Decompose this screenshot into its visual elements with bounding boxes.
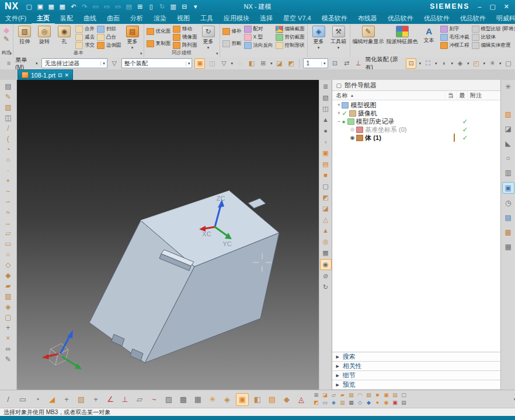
layer-settings-icon[interactable]: ▩ [178, 394, 189, 405]
loop-icon[interactable]: ○ [2, 249, 14, 260]
show-only-icon[interactable]: ◉ [320, 259, 332, 270]
stack-copy-icon[interactable]: ▤ [266, 394, 278, 405]
mini-sheet1-icon[interactable]: ▰ [339, 392, 346, 398]
tree-row-cameras[interactable]: + ✓ 摄像机 [332, 109, 500, 117]
filter-icon[interactable]: ▽ [110, 59, 119, 68]
measure-distance-icon[interactable]: ▭ [17, 394, 29, 405]
toolbox-button[interactable]: ⚒ 工具箱▾ [329, 25, 349, 51]
surface-1-icon[interactable]: ◇ [2, 260, 14, 270]
sync-views-icon[interactable]: ↻ [321, 282, 331, 292]
emboss-2-icon[interactable]: ▲ [321, 226, 331, 236]
tree-row-datum-csys[interactable]: ⊘ 基准坐标系 (0) ✓ [332, 125, 500, 134]
mini-patch-icon[interactable]: ◈ [330, 400, 337, 406]
mini-box4-icon[interactable]: ▤ [391, 392, 399, 398]
menu-tab-14[interactable]: 优品软件 [382, 13, 419, 24]
menu-tab-13[interactable]: 布线器 [353, 13, 382, 24]
pin-tab-icon[interactable]: ⊡ [58, 72, 62, 78]
minimize-button[interactable]: – [478, 3, 481, 10]
pair-icon[interactable]: ◫ [207, 59, 217, 68]
display-box-icon[interactable]: ▣ [236, 393, 249, 406]
tree-row-model-history[interactable]: − ● 模型历史记录 ✓ [332, 117, 500, 125]
layer-visible-icon[interactable]: ▦ [192, 394, 204, 405]
arc-icon[interactable]: ( [2, 134, 14, 144]
section-1[interactable]: ▶相关性 [332, 362, 500, 371]
copy-display-icon[interactable]: ▥ [169, 2, 178, 10]
circle-dial-icon[interactable]: ◔ [2, 144, 14, 155]
tree-row-model-views[interactable]: + 模型视图 [332, 101, 500, 109]
intersect-icon[interactable]: ■ [321, 170, 331, 180]
swap-icon[interactable]: ⇄ [342, 59, 352, 68]
optimize-face-button[interactable]: 优化面 [145, 25, 172, 37]
sphere-icon[interactable]: ● [321, 126, 331, 136]
unite-button[interactable]: 合并 [74, 25, 96, 33]
menu-tab-9[interactable]: 应用模块 [218, 13, 255, 24]
move-face-button[interactable]: 移动 [172, 25, 199, 33]
window-edit-icon[interactable]: ⊡ [330, 59, 340, 68]
block-icon[interactable]: ▧ [321, 93, 331, 103]
die-engineering-button[interactable]: 冲模工程 [439, 41, 471, 50]
cross-icon[interactable]: × [2, 333, 14, 344]
part-navigator-icon[interactable]: ▣ [502, 182, 514, 194]
mini-face-icon[interactable]: ◪ [321, 392, 329, 398]
measure-angle-icon[interactable]: ◔ [32, 394, 43, 405]
mini-round-icon[interactable]: ◉ [382, 400, 390, 406]
menu-tab-8[interactable]: 工具 [195, 13, 218, 24]
tree-row-body[interactable]: ◉ 体 (1) ✓ [332, 134, 500, 142]
sketch-task-icon[interactable]: ▤ [2, 81, 14, 92]
window-layout-icon[interactable]: ⊟ [180, 2, 189, 10]
ellipse-icon[interactable]: ○ [2, 155, 14, 165]
maximize-button[interactable]: ▢ [489, 3, 495, 10]
eye-off-icon[interactable]: ⊘ [350, 127, 354, 132]
menu-tab-7[interactable]: 视图 [172, 13, 195, 24]
part-tab[interactable]: 108-1.prt ⊡ ✕ [18, 69, 73, 80]
extrude-mini-icon[interactable]: ▧ [2, 102, 14, 113]
intersect-button[interactable]: 求交 [74, 41, 96, 50]
datum-csys-icon[interactable]: ⊥ [119, 394, 131, 405]
mini-bend-icon[interactable]: ◠ [356, 392, 364, 398]
brush-small-icon[interactable]: ✎ [2, 354, 14, 365]
mini-move-icon[interactable]: ⊞ [312, 392, 320, 398]
web-browser-icon[interactable]: ▦ [503, 242, 514, 252]
datum-axis-icon[interactable]: ∠ [105, 394, 116, 405]
pattern-face-button[interactable]: 阵列面 [172, 41, 199, 50]
snap-point-icon[interactable]: ▣ [194, 58, 205, 69]
menu-tab-6[interactable]: 渲染 [148, 13, 172, 24]
save-as-icon[interactable]: ▦ [58, 2, 67, 10]
text-button[interactable]: A 文本 [419, 25, 439, 45]
navigator-columns[interactable]: 名称▲ 当 最 附注 [332, 91, 500, 100]
constraint-navigator-icon[interactable]: ◣ [503, 138, 514, 149]
layer-combo[interactable]: 1▾ [303, 58, 328, 68]
x-form-button[interactable]: X 型 [243, 33, 274, 41]
mini-kg-icon[interactable]: ▣ [391, 400, 399, 406]
mini-frame-icon[interactable]: ▢ [400, 392, 408, 398]
menu-tab-1[interactable]: 主页 [32, 13, 55, 24]
revolve-button[interactable]: ◎ 旋转 [34, 25, 54, 46]
pad-icon[interactable]: ▧ [75, 394, 87, 405]
mini-sheet2-icon[interactable]: ▨ [347, 392, 355, 398]
fit-view-icon[interactable]: ⛶ [423, 59, 433, 68]
compare-body-button[interactable]: 比较体 [471, 33, 515, 41]
mirror-tool-icon[interactable]: ◬ [295, 394, 307, 405]
group-caret[interactable]: ▾ [216, 51, 218, 56]
extrude-button[interactable]: ▧ 拉伸 [15, 25, 34, 46]
dynamic-csys-icon[interactable]: + [90, 394, 102, 405]
notes-icon[interactable]: ▤ [503, 212, 514, 223]
mini-face2-icon[interactable]: ◩ [312, 400, 320, 406]
new-file-icon[interactable]: ▢ [25, 2, 33, 10]
surface-more-button[interactable]: ◈ 更多▾ [309, 25, 329, 51]
sheet-icon[interactable]: ▰ [2, 281, 14, 291]
isometric-view-icon[interactable]: ◈ [455, 59, 465, 68]
mini-arrow-icon[interactable]: ▱ [330, 392, 337, 398]
edit-solid-density-button[interactable]: 编辑实体密度 [471, 41, 515, 50]
spline-analysis-icon[interactable]: ~ [148, 394, 160, 405]
selection-filter-combo[interactable]: 无选择过滤器▾ [41, 58, 107, 68]
refresh-icon[interactable]: ↻ [158, 2, 166, 10]
mini-box3-icon[interactable]: ▣ [382, 392, 390, 398]
cut-icon[interactable]: ▭ [91, 2, 100, 10]
section-3[interactable]: ▶预览 [332, 380, 500, 390]
section-2[interactable]: ▶细节 [332, 371, 500, 380]
profile-icon[interactable]: ▱ [2, 228, 14, 239]
subtract-icon[interactable]: ▤ [321, 159, 331, 169]
measure-icon[interactable]: / [2, 394, 14, 405]
mini-rib-icon[interactable]: ▥ [339, 400, 346, 406]
